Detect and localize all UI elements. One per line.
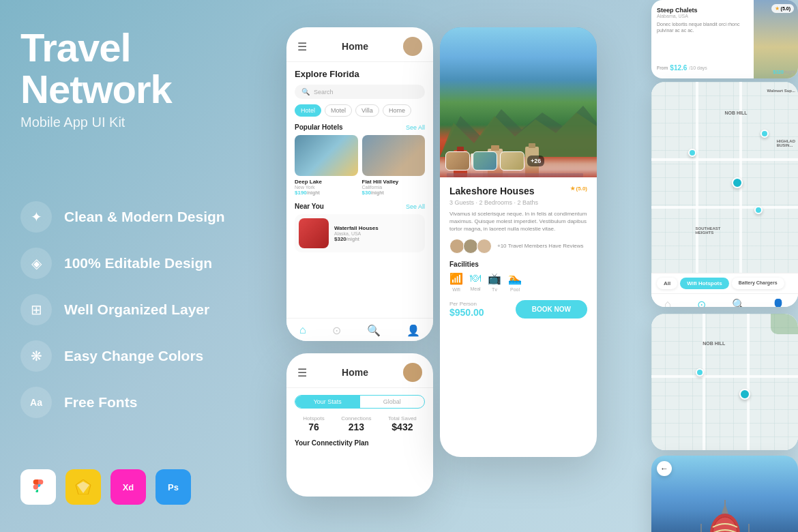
- near-price-1: $320/night: [334, 236, 421, 242]
- thumb-1[interactable]: [445, 151, 470, 171]
- filter-motel[interactable]: Motel: [325, 104, 352, 117]
- review-text: +10 Travel Members Have Reviews: [497, 243, 584, 249]
- filter-battery[interactable]: Battery Chargers: [732, 278, 784, 289]
- title-block: Travel Network Mobile App UI Kit: [20, 27, 246, 144]
- hotspots-value: 76: [303, 422, 325, 432]
- sketch-badge: [65, 469, 101, 505]
- conn-hamburger-icon[interactable]: ☰: [297, 366, 307, 379]
- facility-tv: 📺 Tv: [488, 272, 501, 292]
- map-grid-bg-2: [651, 314, 798, 450]
- map-nav-home[interactable]: ⌂: [664, 298, 671, 307]
- feature-layers: ⊞ Well Organized Layer: [20, 290, 246, 329]
- search-placeholder: Search: [314, 89, 334, 95]
- book-now-button[interactable]: BOOK NOW: [516, 300, 587, 319]
- nav-search-icon[interactable]: 🔍: [367, 324, 381, 337]
- conn-stat-hotspots: Hotspots 76: [303, 415, 325, 432]
- nav-home-icon[interactable]: ⌂: [299, 324, 306, 337]
- facility-meal: 🍽 Meal: [470, 272, 481, 292]
- feature-colors-label: Easy Change Colors: [64, 348, 203, 364]
- map-card-1: ← NOB HILL HIGHLADBUSIN... Walmart Sup..…: [651, 82, 798, 307]
- top-hotel-desc: Donec lobortis neque blandit orci rhonc …: [657, 21, 748, 33]
- conn-tabs: Your Stats Global: [295, 395, 425, 409]
- top-hotel-rating: ★ (5.0): [771, 4, 794, 13]
- map-label-highland: HIGHLADBUSIN...: [777, 139, 795, 147]
- more-photos-badge[interactable]: +26: [527, 156, 544, 166]
- conn-plan-title: Your Connectivity Plan: [295, 439, 425, 447]
- nav-profile-icon[interactable]: 👤: [407, 324, 420, 337]
- phone-explore-header: ☰ Home: [286, 27, 433, 62]
- filter-home[interactable]: Home: [383, 104, 411, 117]
- top-hotel-price-row: From $12.6 /10 days: [657, 64, 748, 72]
- hotel-img-2: [362, 135, 426, 176]
- detail-hero-image: +26: [440, 27, 597, 177]
- pool-label: Pool: [510, 287, 520, 292]
- hotel-card-2[interactable]: Flat Hill Valley California $30/night: [362, 135, 426, 196]
- filter-wifi[interactable]: Wifi Hotspots: [680, 278, 728, 289]
- map-nav-1: ⌂ ⊙ 🔍 👤: [651, 293, 798, 307]
- facility-pool: 🏊 Pool: [508, 272, 522, 292]
- hotel-img-1: [295, 135, 358, 176]
- filter-all[interactable]: All: [657, 278, 677, 289]
- top-hotel-rating-value: (5.0): [781, 6, 790, 11]
- filter-hotel[interactable]: Hotel: [295, 104, 321, 117]
- colors-icon: ❋: [20, 340, 52, 372]
- map-road-h1: [651, 158, 798, 161]
- top-hotel-price-badge: $320/night: [773, 70, 795, 74]
- near-see-all[interactable]: See All: [406, 203, 425, 210]
- near-card-1[interactable]: Waterfall Houses Alaska, USA $320/night: [295, 214, 425, 252]
- map-filter-chips: All Wifi Hotspots Battery Chargers: [651, 273, 798, 293]
- feature-fonts: Aa Free Fonts: [20, 383, 246, 422]
- top-hotel-layout: Steep Chalets Alabama, USA Donec loborti…: [651, 0, 798, 78]
- search-icon: 🔍: [301, 88, 310, 95]
- map-nav-map[interactable]: ⊙: [697, 298, 706, 307]
- filter-villa[interactable]: Villa: [355, 104, 379, 117]
- map-card-2: ← NOB HILL: [651, 314, 798, 450]
- hotspots-label: Hotspots: [303, 415, 325, 422]
- conn-stat-connections: Connections 213: [341, 415, 371, 432]
- conn-user-avatar: [403, 363, 422, 382]
- conn-tab-global[interactable]: Global: [360, 396, 425, 408]
- user-avatar: [403, 37, 422, 56]
- conn-tab-stats[interactable]: Your Stats: [295, 396, 360, 408]
- app-subtitle: Mobile App UI Kit: [20, 115, 246, 130]
- map-nav-search[interactable]: 🔍: [732, 298, 745, 307]
- map-pin-2[interactable]: [754, 206, 763, 214]
- xd-badge: Xd: [110, 469, 146, 505]
- hamburger-icon[interactable]: ☰: [297, 40, 307, 53]
- search-bar[interactable]: 🔍 Search: [295, 85, 425, 99]
- svg-marker-17: [722, 503, 728, 514]
- map-nav-profile[interactable]: 👤: [771, 298, 785, 307]
- hotel-price-2: $30/night: [362, 190, 426, 196]
- popular-see-all[interactable]: See All: [406, 124, 425, 131]
- thumb-3[interactable]: [500, 151, 524, 171]
- near-section-header: Near You See All: [295, 203, 425, 210]
- near-section-title: Near You: [295, 203, 324, 210]
- feature-editable-label: 100% Editable Design: [64, 255, 212, 271]
- map-label-walmart: Walmart Sup...: [767, 89, 795, 93]
- price-block: Per Person $950.00: [449, 301, 484, 318]
- nav-map-icon[interactable]: ⊙: [332, 324, 341, 337]
- map2-pin-selected[interactable]: [739, 389, 750, 400]
- map-display-1: NOB HILL HIGHLADBUSIN... Walmart Sup... …: [651, 82, 798, 273]
- top-hotel-unit: /10 days: [689, 65, 707, 70]
- photo-back-arrow[interactable]: ←: [657, 461, 672, 476]
- filter-tabs: Hotel Motel Villa Home: [295, 104, 425, 117]
- app-title: Travel Network: [20, 27, 246, 110]
- thumb-2[interactable]: [473, 151, 497, 171]
- map2-pin-1[interactable]: [696, 368, 704, 376]
- map-pin-1[interactable]: [688, 149, 696, 157]
- hotel-loc-2: California: [362, 185, 426, 190]
- top-hotel-card: Steep Chalets Alabama, USA Donec loborti…: [651, 0, 798, 78]
- tv-icon: 📺: [488, 272, 501, 285]
- saved-value: $432: [388, 422, 417, 432]
- feature-clean-design-label: Clean & Modern Design: [64, 209, 225, 225]
- facilities-title: Facilities: [449, 261, 587, 268]
- feature-clean-design: ✦ Clean & Modern Design: [20, 197, 246, 237]
- map-pin-3[interactable]: [760, 130, 769, 138]
- popular-section-header: Popular Hotels See All: [295, 123, 425, 131]
- hotel-loc-1: New York: [295, 185, 358, 190]
- pool-icon: 🏊: [508, 272, 522, 285]
- hotel-card-1[interactable]: Deep Lake New York $190/night: [295, 135, 358, 196]
- hotel-name-2: Flat Hill Valley: [362, 179, 426, 185]
- meal-icon: 🍽: [470, 272, 481, 284]
